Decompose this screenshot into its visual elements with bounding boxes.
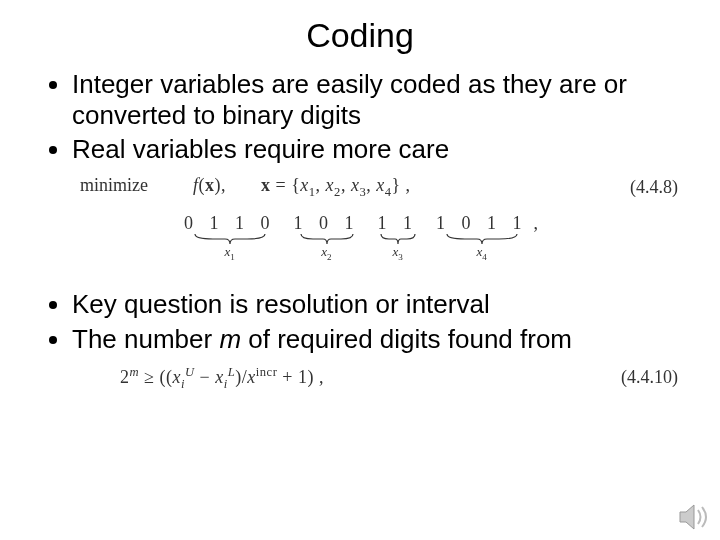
eq-fx: f(x), [193, 175, 226, 195]
equation-body: minimize f(x), x = {x1, x2, x3, x4} , [80, 175, 411, 200]
bullet: Real variables require more care [72, 134, 690, 165]
equation-number: (4.4.10) [621, 367, 678, 388]
digits: 1 1 [376, 214, 421, 232]
audio-icon[interactable] [676, 502, 712, 532]
brace-label: x3 [393, 244, 403, 262]
bullet: Integer variables are easily coded as th… [72, 69, 690, 130]
digits: 0 1 1 0 [182, 214, 278, 232]
slide: Coding Integer variables are easily code… [0, 0, 720, 540]
equation-number: (4.4.8) [630, 177, 678, 198]
svg-marker-0 [680, 505, 694, 529]
brace-label: x2 [321, 244, 331, 262]
minimize-word: minimize [80, 175, 148, 195]
bullets-top: Integer variables are easily coded as th… [30, 69, 690, 165]
eq-xdef: x = {x1, x2, x3, x4} , [261, 175, 411, 195]
digits: 1 0 1 1 [434, 214, 530, 232]
slide-title: Coding [30, 16, 690, 55]
brace-label: x1 [225, 244, 235, 262]
brace-group-x3: 1 1 x3 [376, 214, 421, 262]
bullet: Key question is resolution or interval [72, 289, 690, 320]
equation-resolution: 2m ≥ ((xiU − xiL)/xincr + 1) , (4.4.10) [30, 365, 690, 392]
equation-body: 2m ≥ ((xiU − xiL)/xincr + 1) , [120, 365, 324, 392]
brace-label: x4 [477, 244, 487, 262]
brace-group-x1: 0 1 1 0 x1 [182, 214, 278, 262]
trailing-comma: , [534, 214, 539, 232]
brace-group-x4: 1 0 1 1 x4 [434, 214, 530, 262]
bullets-bottom: Key question is resolution or interval T… [30, 289, 690, 354]
brace-group-x2: 1 0 1 x2 [292, 214, 362, 262]
digits: 1 0 1 [292, 214, 362, 232]
equation-minimize: minimize f(x), x = {x1, x2, x3, x4} , (4… [30, 175, 690, 200]
binary-brace-diagram: 0 1 1 0 x1 1 0 1 x2 1 1 x3 1 0 1 1 x4 , [150, 214, 570, 262]
bullet: The number m of required digits found fr… [72, 324, 690, 355]
